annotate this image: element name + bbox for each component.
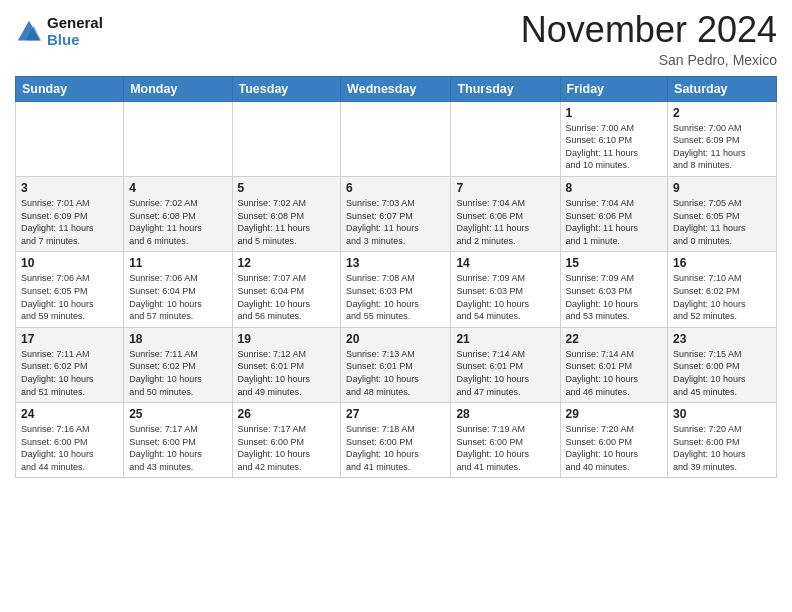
day-info: Sunrise: 7:12 AM Sunset: 6:01 PM Dayligh… [238, 348, 336, 398]
day-info: Sunrise: 7:05 AM Sunset: 6:05 PM Dayligh… [673, 197, 771, 247]
calendar-cell: 5Sunrise: 7:02 AM Sunset: 6:08 PM Daylig… [232, 176, 341, 251]
day-info: Sunrise: 7:01 AM Sunset: 6:09 PM Dayligh… [21, 197, 118, 247]
calendar-cell [232, 101, 341, 176]
day-info: Sunrise: 7:19 AM Sunset: 6:00 PM Dayligh… [456, 423, 554, 473]
day-info: Sunrise: 7:06 AM Sunset: 6:04 PM Dayligh… [129, 272, 226, 322]
calendar-cell: 2Sunrise: 7:00 AM Sunset: 6:09 PM Daylig… [668, 101, 777, 176]
day-info: Sunrise: 7:18 AM Sunset: 6:00 PM Dayligh… [346, 423, 445, 473]
calendar-cell: 13Sunrise: 7:08 AM Sunset: 6:03 PM Dayli… [341, 252, 451, 327]
day-info: Sunrise: 7:20 AM Sunset: 6:00 PM Dayligh… [566, 423, 663, 473]
calendar-cell: 20Sunrise: 7:13 AM Sunset: 6:01 PM Dayli… [341, 327, 451, 402]
day-number: 30 [673, 407, 771, 421]
calendar-page: General Blue November 2024 San Pedro, Me… [0, 0, 792, 493]
day-number: 17 [21, 332, 118, 346]
day-info: Sunrise: 7:04 AM Sunset: 6:06 PM Dayligh… [566, 197, 663, 247]
day-info: Sunrise: 7:09 AM Sunset: 6:03 PM Dayligh… [456, 272, 554, 322]
day-number: 1 [566, 106, 663, 120]
day-number: 6 [346, 181, 445, 195]
day-number: 23 [673, 332, 771, 346]
calendar-cell: 26Sunrise: 7:17 AM Sunset: 6:00 PM Dayli… [232, 403, 341, 478]
calendar-cell [341, 101, 451, 176]
day-number: 4 [129, 181, 226, 195]
calendar-cell: 10Sunrise: 7:06 AM Sunset: 6:05 PM Dayli… [16, 252, 124, 327]
day-number: 8 [566, 181, 663, 195]
calendar-cell [16, 101, 124, 176]
calendar-cell: 16Sunrise: 7:10 AM Sunset: 6:02 PM Dayli… [668, 252, 777, 327]
title-block: November 2024 San Pedro, Mexico [521, 10, 777, 68]
day-info: Sunrise: 7:20 AM Sunset: 6:00 PM Dayligh… [673, 423, 771, 473]
day-info: Sunrise: 7:09 AM Sunset: 6:03 PM Dayligh… [566, 272, 663, 322]
day-info: Sunrise: 7:13 AM Sunset: 6:01 PM Dayligh… [346, 348, 445, 398]
day-info: Sunrise: 7:00 AM Sunset: 6:09 PM Dayligh… [673, 122, 771, 172]
weekday-header-tuesday: Tuesday [232, 76, 341, 101]
calendar-cell: 22Sunrise: 7:14 AM Sunset: 6:01 PM Dayli… [560, 327, 668, 402]
day-info: Sunrise: 7:02 AM Sunset: 6:08 PM Dayligh… [129, 197, 226, 247]
day-number: 18 [129, 332, 226, 346]
logo: General Blue [15, 15, 103, 48]
day-number: 2 [673, 106, 771, 120]
day-number: 19 [238, 332, 336, 346]
day-info: Sunrise: 7:04 AM Sunset: 6:06 PM Dayligh… [456, 197, 554, 247]
day-number: 14 [456, 256, 554, 270]
day-number: 15 [566, 256, 663, 270]
weekday-header-monday: Monday [124, 76, 232, 101]
calendar-cell: 21Sunrise: 7:14 AM Sunset: 6:01 PM Dayli… [451, 327, 560, 402]
day-number: 26 [238, 407, 336, 421]
logo-icon [15, 18, 43, 46]
day-number: 21 [456, 332, 554, 346]
calendar-table: SundayMondayTuesdayWednesdayThursdayFrid… [15, 76, 777, 479]
day-info: Sunrise: 7:08 AM Sunset: 6:03 PM Dayligh… [346, 272, 445, 322]
day-number: 12 [238, 256, 336, 270]
day-number: 9 [673, 181, 771, 195]
calendar-cell: 18Sunrise: 7:11 AM Sunset: 6:02 PM Dayli… [124, 327, 232, 402]
calendar-cell: 12Sunrise: 7:07 AM Sunset: 6:04 PM Dayli… [232, 252, 341, 327]
calendar-cell: 1Sunrise: 7:00 AM Sunset: 6:10 PM Daylig… [560, 101, 668, 176]
day-number: 10 [21, 256, 118, 270]
day-number: 13 [346, 256, 445, 270]
calendar-cell: 7Sunrise: 7:04 AM Sunset: 6:06 PM Daylig… [451, 176, 560, 251]
day-number: 5 [238, 181, 336, 195]
day-info: Sunrise: 7:07 AM Sunset: 6:04 PM Dayligh… [238, 272, 336, 322]
calendar-cell: 30Sunrise: 7:20 AM Sunset: 6:00 PM Dayli… [668, 403, 777, 478]
calendar-cell: 8Sunrise: 7:04 AM Sunset: 6:06 PM Daylig… [560, 176, 668, 251]
week-row-3: 10Sunrise: 7:06 AM Sunset: 6:05 PM Dayli… [16, 252, 777, 327]
calendar-cell: 23Sunrise: 7:15 AM Sunset: 6:00 PM Dayli… [668, 327, 777, 402]
calendar-cell [124, 101, 232, 176]
calendar-cell: 6Sunrise: 7:03 AM Sunset: 6:07 PM Daylig… [341, 176, 451, 251]
day-number: 28 [456, 407, 554, 421]
weekday-header-thursday: Thursday [451, 76, 560, 101]
calendar-cell: 27Sunrise: 7:18 AM Sunset: 6:00 PM Dayli… [341, 403, 451, 478]
calendar-cell: 25Sunrise: 7:17 AM Sunset: 6:00 PM Dayli… [124, 403, 232, 478]
calendar-cell: 3Sunrise: 7:01 AM Sunset: 6:09 PM Daylig… [16, 176, 124, 251]
weekday-header-row: SundayMondayTuesdayWednesdayThursdayFrid… [16, 76, 777, 101]
day-number: 22 [566, 332, 663, 346]
weekday-header-sunday: Sunday [16, 76, 124, 101]
calendar-cell: 19Sunrise: 7:12 AM Sunset: 6:01 PM Dayli… [232, 327, 341, 402]
day-info: Sunrise: 7:10 AM Sunset: 6:02 PM Dayligh… [673, 272, 771, 322]
calendar-cell [451, 101, 560, 176]
weekday-header-saturday: Saturday [668, 76, 777, 101]
calendar-cell: 28Sunrise: 7:19 AM Sunset: 6:00 PM Dayli… [451, 403, 560, 478]
week-row-2: 3Sunrise: 7:01 AM Sunset: 6:09 PM Daylig… [16, 176, 777, 251]
calendar-cell: 14Sunrise: 7:09 AM Sunset: 6:03 PM Dayli… [451, 252, 560, 327]
calendar-cell: 17Sunrise: 7:11 AM Sunset: 6:02 PM Dayli… [16, 327, 124, 402]
calendar-cell: 9Sunrise: 7:05 AM Sunset: 6:05 PM Daylig… [668, 176, 777, 251]
logo-general: General [47, 15, 103, 32]
day-info: Sunrise: 7:14 AM Sunset: 6:01 PM Dayligh… [456, 348, 554, 398]
day-number: 20 [346, 332, 445, 346]
day-info: Sunrise: 7:11 AM Sunset: 6:02 PM Dayligh… [129, 348, 226, 398]
day-info: Sunrise: 7:00 AM Sunset: 6:10 PM Dayligh… [566, 122, 663, 172]
logo-text: General Blue [47, 15, 103, 48]
month-title: November 2024 [521, 10, 777, 50]
week-row-1: 1Sunrise: 7:00 AM Sunset: 6:10 PM Daylig… [16, 101, 777, 176]
day-info: Sunrise: 7:14 AM Sunset: 6:01 PM Dayligh… [566, 348, 663, 398]
day-info: Sunrise: 7:03 AM Sunset: 6:07 PM Dayligh… [346, 197, 445, 247]
day-number: 11 [129, 256, 226, 270]
calendar-cell: 11Sunrise: 7:06 AM Sunset: 6:04 PM Dayli… [124, 252, 232, 327]
calendar-cell: 29Sunrise: 7:20 AM Sunset: 6:00 PM Dayli… [560, 403, 668, 478]
weekday-header-wednesday: Wednesday [341, 76, 451, 101]
calendar-cell: 15Sunrise: 7:09 AM Sunset: 6:03 PM Dayli… [560, 252, 668, 327]
location: San Pedro, Mexico [521, 52, 777, 68]
week-row-4: 17Sunrise: 7:11 AM Sunset: 6:02 PM Dayli… [16, 327, 777, 402]
day-info: Sunrise: 7:17 AM Sunset: 6:00 PM Dayligh… [238, 423, 336, 473]
